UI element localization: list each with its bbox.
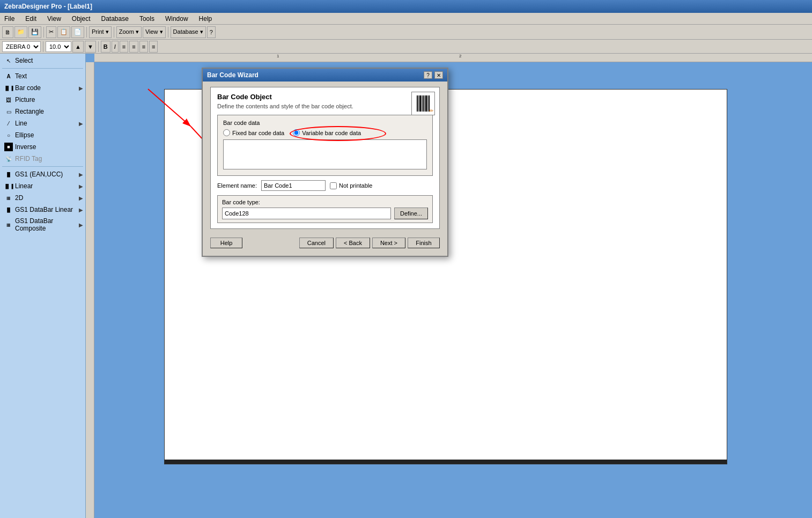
barcode-wizard-dialog[interactable]: Bar Code Wizard ? ✕ bbox=[202, 68, 448, 257]
radio-row: Fixed bar code data Variable bar code da… bbox=[223, 129, 427, 136]
picture-icon: 🖼 bbox=[4, 95, 13, 104]
bold-btn[interactable]: B bbox=[101, 41, 110, 53]
element-name-row: Element name: Not printable bbox=[217, 180, 433, 191]
ruler-top: 1 2 bbox=[94, 54, 812, 62]
ellipse-icon: ○ bbox=[4, 131, 13, 139]
sidebar-item-line[interactable]: ⁄ Line ▶ bbox=[0, 117, 85, 129]
zoom-btn[interactable]: Zoom ▾ bbox=[116, 26, 142, 38]
align-center-btn[interactable]: ≡ bbox=[129, 41, 138, 53]
radio-fixed-text: Fixed bar code data bbox=[232, 130, 284, 136]
new-btn[interactable]: 🗎 bbox=[2, 26, 13, 38]
element-name-label: Element name: bbox=[217, 182, 257, 189]
rfid-icon: 📡 bbox=[4, 154, 13, 163]
barcode-arrow: ▶ bbox=[79, 85, 83, 91]
paste-btn[interactable]: 📄 bbox=[71, 26, 84, 38]
dialog-buttons: Help Cancel < Back Next > Finish bbox=[210, 234, 440, 250]
back-button[interactable]: < Back bbox=[336, 238, 370, 248]
barcode-icon-display: ✏ bbox=[411, 92, 435, 115]
menu-object[interactable]: Object bbox=[70, 14, 93, 23]
size-combo[interactable]: 10.0 bbox=[46, 41, 71, 52]
barcode-type-row: Define... bbox=[222, 208, 428, 219]
sidebar-item-2d[interactable]: ▦ 2D ▶ bbox=[0, 192, 85, 204]
sidebar-label-gs1composite: GS1 DataBar Composite bbox=[15, 217, 81, 232]
sidebar-item-gs1databar[interactable]: ▐▌ GS1 DataBar Linear ▶ bbox=[0, 204, 85, 216]
sidebar-label-gs1: GS1 (EAN,UCC) bbox=[15, 171, 63, 178]
next-button[interactable]: Next > bbox=[372, 238, 405, 248]
not-printable-text: Not printable bbox=[339, 182, 372, 189]
view-btn[interactable]: View ▾ bbox=[143, 26, 166, 38]
sidebar-item-picture[interactable]: 🖼 Picture bbox=[0, 94, 85, 106]
align-left-btn[interactable]: ≡ bbox=[120, 41, 128, 53]
gs1-icon: ▐▌ bbox=[4, 170, 13, 179]
help-button[interactable]: Help bbox=[210, 238, 242, 248]
text-icon: A bbox=[4, 72, 13, 80]
cut-btn[interactable]: ✂ bbox=[46, 26, 56, 38]
menu-edit[interactable]: Edit bbox=[23, 14, 39, 23]
radio-variable-label[interactable]: Variable bar code data bbox=[293, 129, 361, 136]
font-combo[interactable]: ZEBRA 0 bbox=[2, 41, 41, 52]
dialog-titlebar: Bar Code Wizard ? ✕ bbox=[203, 69, 447, 82]
canvas-bottom-bar bbox=[165, 460, 727, 464]
radio-variable-text: Variable bar code data bbox=[302, 130, 361, 136]
dialog-help-btn[interactable]: ? bbox=[424, 71, 432, 79]
dialog-titlebar-buttons: ? ✕ bbox=[424, 71, 443, 79]
section-subtitle: Define the contents and style of the bar… bbox=[217, 103, 433, 109]
sidebar-item-ellipse[interactable]: ○ Ellipse bbox=[0, 129, 85, 141]
barcode-type-input[interactable] bbox=[222, 208, 391, 219]
radio-fixed[interactable] bbox=[223, 129, 230, 136]
canvas-content: Bar Code Wizard ? ✕ bbox=[94, 62, 812, 518]
database-btn[interactable]: Database ▾ bbox=[171, 26, 206, 38]
2d-arrow: ▶ bbox=[79, 195, 83, 201]
open-btn[interactable]: 📁 bbox=[14, 26, 27, 38]
sidebar-item-text[interactable]: A Text bbox=[0, 70, 85, 82]
print-btn[interactable]: Print ▾ bbox=[89, 26, 112, 38]
increase-size-btn[interactable]: ▲ bbox=[72, 41, 84, 53]
barcode-data-textarea[interactable] bbox=[223, 139, 427, 169]
sidebar-item-select[interactable]: ↖ Select bbox=[0, 55, 85, 66]
menu-window[interactable]: Window bbox=[163, 14, 190, 23]
cursor-icon: ↖ bbox=[4, 56, 13, 65]
sidebar-item-linear[interactable]: ▐▌▐ Linear ▶ bbox=[0, 180, 85, 192]
dialog-title: Bar Code Wizard bbox=[207, 71, 259, 79]
barcode-type-label: Bar code type: bbox=[222, 199, 428, 205]
define-button[interactable]: Define... bbox=[394, 208, 428, 219]
radio-fixed-label[interactable]: Fixed bar code data bbox=[223, 129, 284, 136]
sidebar-label-rfid: RFID Tag bbox=[15, 155, 42, 162]
finish-button[interactable]: Finish bbox=[408, 238, 440, 248]
sidebar-item-rfid[interactable]: 📡 RFID Tag bbox=[0, 153, 85, 165]
nav-buttons: Cancel < Back Next > Finish bbox=[299, 238, 440, 248]
help-icon-btn[interactable]: ? bbox=[207, 26, 216, 38]
align-justify-btn[interactable]: ≡ bbox=[149, 41, 158, 53]
linear-arrow: ▶ bbox=[79, 183, 83, 189]
save-btn[interactable]: 💾 bbox=[28, 26, 41, 38]
decrease-size-btn[interactable]: ▼ bbox=[85, 41, 96, 53]
italic-btn[interactable]: I bbox=[112, 41, 119, 53]
element-name-input[interactable] bbox=[261, 180, 326, 191]
dialog-close-btn[interactable]: ✕ bbox=[434, 71, 443, 79]
sidebar-label-text: Text bbox=[15, 72, 27, 80]
align-right-btn[interactable]: ≡ bbox=[139, 41, 148, 53]
not-printable-checkbox[interactable] bbox=[330, 182, 337, 189]
barcode-icon: ▐▌▐ bbox=[4, 84, 13, 92]
cancel-button[interactable]: Cancel bbox=[299, 238, 334, 248]
linear-icon: ▐▌▐ bbox=[4, 182, 13, 190]
menu-view[interactable]: View bbox=[45, 14, 63, 23]
gs1composite-arrow: ▶ bbox=[79, 222, 83, 228]
gs1-arrow: ▶ bbox=[79, 172, 83, 177]
gs1composite-icon: ▦ bbox=[4, 220, 13, 229]
menu-help[interactable]: Help bbox=[197, 14, 215, 23]
sidebar-item-barcode[interactable]: ▐▌▐ Bar code ▶ bbox=[0, 82, 85, 94]
sidebar-item-gs1[interactable]: ▐▌ GS1 (EAN,UCC) ▶ bbox=[0, 168, 85, 180]
sidebar-item-rectangle[interactable]: ▭ Rectangle bbox=[0, 106, 85, 117]
menu-database[interactable]: Database bbox=[99, 14, 131, 23]
dialog-section: ✏ Bar Code Object Define the contents an… bbox=[210, 87, 440, 229]
sidebar-item-inverse[interactable]: ■ Inverse bbox=[0, 141, 85, 153]
copy-btn[interactable]: 📋 bbox=[57, 26, 70, 38]
menu-tools[interactable]: Tools bbox=[137, 14, 157, 23]
sidebar-item-gs1composite[interactable]: ▦ GS1 DataBar Composite ▶ bbox=[0, 216, 85, 234]
menu-file[interactable]: File bbox=[2, 14, 17, 23]
barcode-data-group: Bar code data Fixed bar code data Variab… bbox=[217, 115, 433, 176]
radio-variable[interactable] bbox=[293, 129, 300, 136]
sidebar-label-gs1databar: GS1 DataBar Linear bbox=[15, 206, 73, 213]
not-printable-label[interactable]: Not printable bbox=[330, 182, 372, 189]
